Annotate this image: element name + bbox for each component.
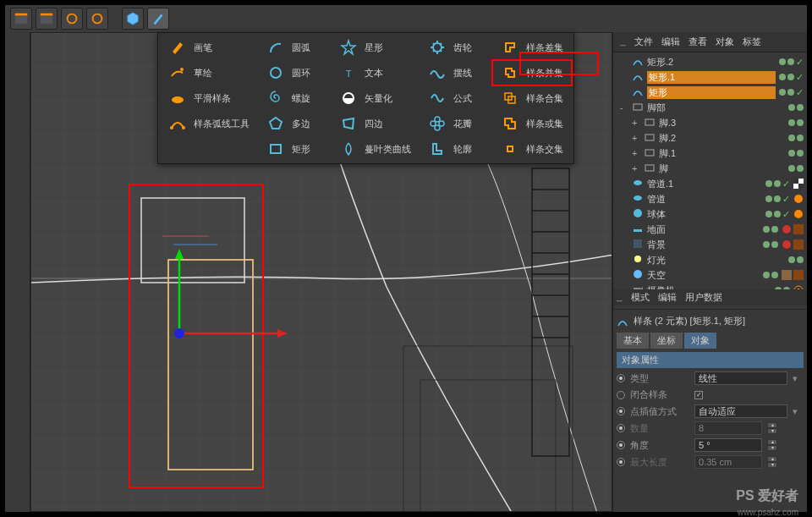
attr-input[interactable] <box>694 371 787 385</box>
tree-item-脚部[interactable]: -脚部 <box>617 100 804 115</box>
menu-cycloid-blue[interactable]: 摆线 <box>420 60 492 85</box>
tree-label: 脚部 <box>647 102 785 114</box>
tab-coord[interactable]: 坐标 <box>650 333 683 349</box>
attr-edit[interactable]: 编辑 <box>658 291 677 304</box>
menu-cissoid-blue[interactable]: 蔓叶类曲线 <box>331 136 420 162</box>
tree-item-摄像机[interactable]: 摄像机 <box>617 283 804 289</box>
tree-icon <box>632 207 644 221</box>
tree-item-地面[interactable]: 地面 <box>617 222 804 237</box>
tree-item-背景[interactable]: 背景 <box>617 237 804 252</box>
tree-item-矩形[interactable]: 矩形✓ <box>617 85 804 100</box>
tool-gear1[interactable] <box>61 8 83 30</box>
tree-item-脚[interactable]: +脚 <box>617 161 804 176</box>
svg-rect-32 <box>645 150 654 156</box>
svg-rect-45 <box>634 239 642 248</box>
svg-point-39 <box>794 195 803 203</box>
menu-label: 样条交集 <box>526 143 563 156</box>
menu-spiral-blue[interactable]: 螺旋 <box>258 85 331 111</box>
svg-point-59 <box>182 126 185 129</box>
menu-star-blue[interactable]: 星形 <box>331 35 420 60</box>
attr-label: 数量 <box>630 422 689 435</box>
menu-arc-blue[interactable]: 圆弧 <box>258 35 331 60</box>
om-edit[interactable]: 编辑 <box>661 36 680 48</box>
svg-rect-72 <box>508 146 513 151</box>
attr-userdata[interactable]: 用户数据 <box>685 291 722 304</box>
tree-item-管道.1[interactable]: 管道.1✓ <box>617 176 804 191</box>
menu-merge-orange[interactable]: 样条合集 <box>492 85 572 111</box>
tab-basic[interactable]: 基本 <box>617 333 649 349</box>
om-tags[interactable]: 标签 <box>743 36 761 48</box>
spinner[interactable]: ▴▾ <box>767 439 777 451</box>
svg-point-49 <box>634 270 642 278</box>
tree-item-灯光[interactable]: 灯光 <box>617 252 804 267</box>
spinner[interactable]: ▴▾ <box>767 422 777 434</box>
svg-rect-1 <box>15 14 27 16</box>
or-orange-icon <box>501 114 519 133</box>
tree-item-天空[interactable]: 天空 <box>617 267 804 283</box>
menu-union-orange[interactable]: 样条并集 <box>492 60 572 85</box>
tab-object[interactable]: 对象 <box>684 333 716 349</box>
watermark: PS 爱好者 <box>736 487 798 505</box>
checkbox[interactable] <box>694 391 703 399</box>
menu-flower-blue[interactable]: 花瓣 <box>420 111 492 136</box>
arc-blue-icon <box>266 38 285 57</box>
menu-vector-blue[interactable]: 矢量化 <box>331 85 420 111</box>
tree-item-脚.3[interactable]: +脚.3 <box>617 115 804 130</box>
menu-or-orange[interactable]: 样条或集 <box>492 111 572 136</box>
tree-item-管道[interactable]: 管道✓ <box>617 191 804 206</box>
menu-label: 平滑样条 <box>194 92 231 105</box>
svg-rect-8 <box>403 346 573 511</box>
tree-label: 灯光 <box>647 254 785 267</box>
tool-gear2[interactable] <box>86 8 108 30</box>
tool-clapper2[interactable] <box>36 8 58 30</box>
menu-text-blue[interactable]: T文本 <box>331 60 420 85</box>
tree-item-矩形.2[interactable]: 矩形.2✓ <box>617 54 804 69</box>
tree-icon <box>632 268 644 282</box>
menu-label: 矢量化 <box>365 92 392 105</box>
menu-gear-blue[interactable]: 齿轮 <box>420 35 492 60</box>
star-blue-icon <box>339 38 358 57</box>
tool-clapper1[interactable] <box>10 8 32 30</box>
attr-input[interactable] <box>694 404 787 418</box>
menu-profile-blue[interactable]: 轮廓 <box>420 136 492 162</box>
menu-label: 圆弧 <box>292 41 310 54</box>
menu-bezier-orange[interactable]: 样条弧线工具 <box>160 111 258 136</box>
tree-label: 地面 <box>647 223 760 236</box>
attr-tabs: 基本 坐标 对象 <box>617 333 804 349</box>
tool-cube[interactable] <box>122 8 144 30</box>
menu-rect-blue[interactable]: 矩形 <box>258 136 331 162</box>
attr-mode[interactable]: 模式 <box>631 291 650 304</box>
object-tree[interactable]: 矩形.2✓矩形.1✓矩形✓-脚部+脚.3+脚.2+脚.1+脚管道.1✓管道✓球体… <box>613 52 807 289</box>
move-gizmo[interactable] <box>162 249 289 352</box>
tree-item-脚.2[interactable]: +脚.2 <box>617 130 804 146</box>
menu-formula-blue[interactable]: 公式 <box>420 85 492 111</box>
menu-diff-orange[interactable]: 样条差集 <box>492 35 572 60</box>
tree-icon <box>632 223 644 236</box>
menu-inter-orange[interactable]: 样条交集 <box>492 136 572 162</box>
flower-blue-icon <box>428 114 447 133</box>
tree-item-矩形.1[interactable]: 矩形.1✓ <box>617 69 804 85</box>
om-file[interactable]: 文件 <box>634 36 653 48</box>
tree-icon <box>644 162 656 175</box>
menu-nside-blue[interactable]: 多边 <box>258 111 331 136</box>
spinner[interactable]: ▴▾ <box>767 456 777 468</box>
attr-input[interactable] <box>694 455 762 469</box>
rect-blue-icon <box>266 140 285 158</box>
menu-sketch-orange[interactable]: 草绘 <box>160 60 258 85</box>
om-object[interactable]: 对象 <box>716 36 734 48</box>
menu-pen-orange[interactable]: 画笔 <box>160 35 258 60</box>
attr-input[interactable] <box>694 438 762 452</box>
menu-smooth-orange[interactable]: 平滑样条 <box>160 85 258 111</box>
menu-label: 样条弧线工具 <box>194 118 250 130</box>
menu-circle-blue[interactable]: 圆环 <box>258 60 331 85</box>
svg-rect-33 <box>645 165 654 171</box>
menu-4side-blue[interactable]: 四边 <box>331 111 420 136</box>
tool-pen[interactable] <box>147 8 169 30</box>
svg-point-67 <box>435 125 440 130</box>
tree-item-球体[interactable]: 球体✓ <box>617 206 804 222</box>
om-view[interactable]: 查看 <box>689 36 707 48</box>
svg-point-40 <box>634 209 642 217</box>
tree-item-脚.1[interactable]: +脚.1 <box>617 146 804 161</box>
attr-类型: 类型▾ <box>617 370 804 387</box>
attr-input[interactable] <box>694 421 762 435</box>
